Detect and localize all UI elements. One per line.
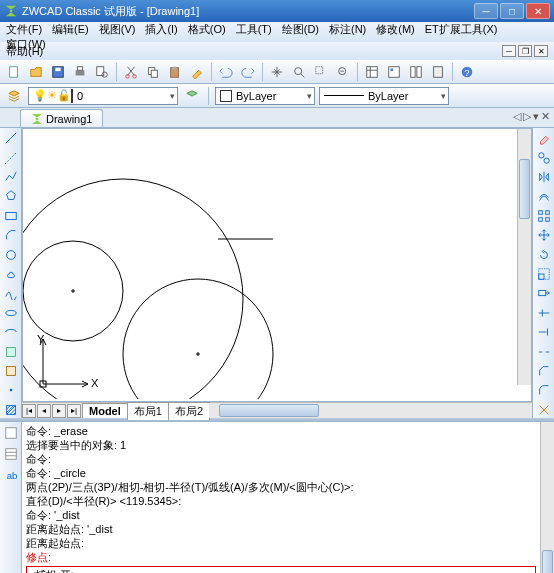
doctab-next-button[interactable]: ▷	[523, 110, 531, 123]
maximize-button[interactable]: □	[500, 3, 524, 19]
paste-button[interactable]	[165, 62, 185, 82]
svg-rect-21	[434, 67, 443, 78]
zoom-realtime-button[interactable]	[289, 62, 309, 82]
cmd-side-btn-2[interactable]	[2, 445, 20, 463]
mdi-restore-button[interactable]: ❐	[518, 45, 532, 57]
color-combo[interactable]: ByLayer	[215, 87, 315, 105]
doctab-drawing1[interactable]: Drawing1	[20, 109, 103, 127]
help-button[interactable]: ?	[457, 62, 477, 82]
print-button[interactable]	[70, 62, 90, 82]
array-button[interactable]	[535, 208, 553, 224]
point-button[interactable]	[2, 382, 20, 398]
extend-button[interactable]	[535, 324, 553, 340]
hatch-button[interactable]	[2, 402, 20, 418]
zoom-prev-button[interactable]	[333, 62, 353, 82]
calc-button[interactable]	[428, 62, 448, 82]
mdi-close-button[interactable]: ✕	[534, 45, 548, 57]
menu-edit[interactable]: 编辑(E)	[52, 22, 89, 37]
menu-modify[interactable]: 修改(M)	[376, 22, 415, 37]
linetype-combo[interactable]: ByLayer	[319, 87, 449, 105]
zoom-window-button[interactable]	[311, 62, 331, 82]
sun-icon: ☀	[47, 89, 57, 102]
layer-combo[interactable]: 💡 ☀ 🔓 0	[28, 87, 178, 105]
close-button[interactable]: ✕	[526, 3, 550, 19]
command-vscroll[interactable]	[540, 422, 554, 573]
save-button[interactable]	[48, 62, 68, 82]
canvas-vscroll[interactable]	[517, 129, 531, 385]
fillet-button[interactable]	[535, 382, 553, 398]
properties-button[interactable]	[362, 62, 382, 82]
pan-button[interactable]	[267, 62, 287, 82]
break-button[interactable]	[535, 343, 553, 359]
new-button[interactable]	[4, 62, 24, 82]
tool-palette-button[interactable]	[406, 62, 426, 82]
offset-button[interactable]	[535, 188, 553, 204]
copy-button[interactable]	[143, 62, 163, 82]
ellipse-arc-button[interactable]	[2, 324, 20, 340]
menu-et[interactable]: ET扩展工具(X)	[425, 22, 498, 37]
menu-draw[interactable]: 绘图(D)	[282, 22, 319, 37]
menu-help[interactable]: 帮助(H)	[6, 44, 43, 59]
svg-point-25	[6, 250, 15, 259]
design-center-button[interactable]	[384, 62, 404, 82]
layer-manager-button[interactable]	[4, 86, 24, 106]
menu-file[interactable]: 文件(F)	[6, 22, 42, 37]
color-label: ByLayer	[236, 90, 276, 102]
undo-button[interactable]	[216, 62, 236, 82]
polyline-button[interactable]	[2, 169, 20, 185]
doctab-close-button[interactable]: ✕	[541, 110, 550, 123]
command-history[interactable]: 命令: _erase 选择要当中的对象: 1 命令: 命令: _circle 两…	[22, 422, 540, 573]
line-button[interactable]	[2, 130, 20, 146]
svg-rect-24	[5, 212, 16, 219]
menu-insert[interactable]: 插入(I)	[145, 22, 177, 37]
insert-block-button[interactable]	[2, 343, 20, 359]
drawing-canvas[interactable]: Y X	[22, 128, 532, 402]
revcloud-button[interactable]	[2, 266, 20, 282]
svg-rect-2	[55, 68, 60, 72]
construction-line-button[interactable]	[2, 149, 20, 165]
print-preview-button[interactable]	[92, 62, 112, 82]
erase-button[interactable]	[535, 130, 553, 146]
menu-format[interactable]: 格式(O)	[188, 22, 226, 37]
rectangle-button[interactable]	[2, 208, 20, 224]
tab-layout2[interactable]: 布局2	[168, 402, 210, 420]
canvas-hscroll[interactable]	[209, 403, 532, 418]
ellipse-button[interactable]	[2, 305, 20, 321]
cmd-side-btn-1[interactable]	[2, 424, 20, 442]
layer-prev-button[interactable]	[182, 86, 202, 106]
color-swatch-icon	[220, 90, 232, 102]
minimize-button[interactable]: ─	[474, 3, 498, 19]
trim-button[interactable]	[535, 305, 553, 321]
tab-next-button[interactable]: ▸	[52, 404, 66, 418]
tab-model[interactable]: Model	[82, 403, 128, 418]
scale-button[interactable]	[535, 266, 553, 282]
match-prop-button[interactable]	[187, 62, 207, 82]
spline-button[interactable]	[2, 285, 20, 301]
polygon-button[interactable]	[2, 188, 20, 204]
menu-view[interactable]: 视图(V)	[99, 22, 136, 37]
redo-button[interactable]	[238, 62, 258, 82]
make-block-button[interactable]	[2, 363, 20, 379]
doctab-menu-button[interactable]: ▾	[533, 110, 539, 123]
cmd-side-btn-3[interactable]: ab	[2, 466, 20, 484]
explode-button[interactable]	[535, 402, 553, 418]
circle-button[interactable]	[2, 246, 20, 262]
doctab-prev-button[interactable]: ◁	[513, 110, 521, 123]
menu-dimension[interactable]: 标注(N)	[329, 22, 366, 37]
tab-layout1[interactable]: 布局1	[127, 402, 169, 420]
copy-obj-button[interactable]	[535, 149, 553, 165]
move-button[interactable]	[535, 227, 553, 243]
tab-last-button[interactable]: ▸|	[67, 404, 81, 418]
tab-prev-button[interactable]: ◂	[37, 404, 51, 418]
stretch-button[interactable]	[535, 285, 553, 301]
cut-button[interactable]	[121, 62, 141, 82]
layers-toolbar: 💡 ☀ 🔓 0 ByLayer ByLayer	[0, 84, 554, 108]
tab-first-button[interactable]: |◂	[22, 404, 36, 418]
chamfer-button[interactable]	[535, 363, 553, 379]
open-button[interactable]	[26, 62, 46, 82]
rotate-button[interactable]	[535, 246, 553, 262]
arc-button[interactable]	[2, 227, 20, 243]
mdi-minimize-button[interactable]: ─	[502, 45, 516, 57]
mirror-button[interactable]	[535, 169, 553, 185]
menu-tools[interactable]: 工具(T)	[236, 22, 272, 37]
